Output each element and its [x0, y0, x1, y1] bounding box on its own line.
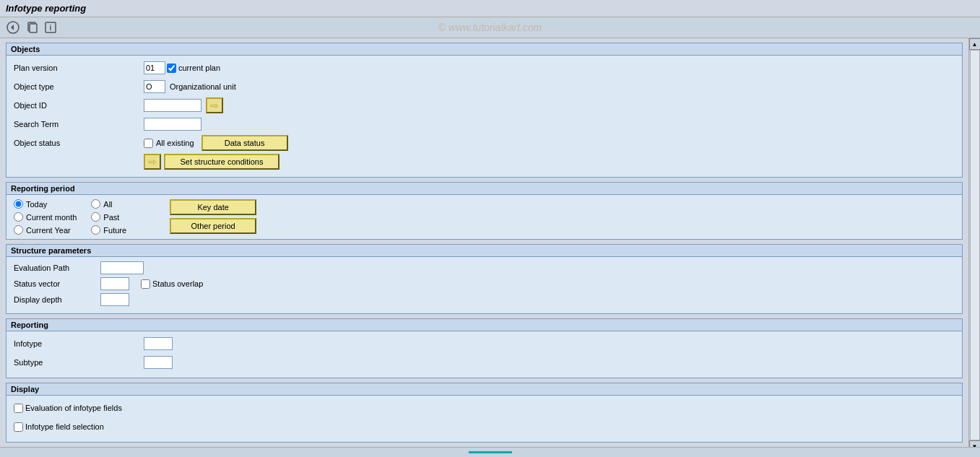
back-icon[interactable] [6, 20, 20, 35]
radio-all[interactable]: All [91, 199, 126, 209]
page-title: Infotype reporting [6, 3, 86, 14]
plan-version-controls: current plan [144, 61, 220, 74]
scroll-up-btn[interactable]: ▲ [969, 38, 981, 50]
status-overlap-text: Status overlap [152, 279, 203, 288]
set-structure-row: ⇨ Set structure conditions [14, 154, 955, 170]
infotype-row: Infotype [14, 336, 955, 352]
subtype-row: Subtype [14, 354, 955, 370]
svg-text:i: i [50, 24, 52, 32]
radio-today-label: Today [26, 200, 47, 209]
object-status-row: Object status All existing Data status [14, 135, 955, 151]
data-status-button[interactable]: Data status [201, 135, 288, 151]
object-type-text: Organizational unit [170, 82, 236, 91]
reporting-period-body: Today Current month Current Year [6, 195, 962, 239]
plan-version-row: Plan version current plan [14, 60, 955, 76]
radio-current-year-input[interactable] [14, 225, 23, 235]
search-term-row: Search Term [14, 116, 955, 132]
eval-infotype-check[interactable]: Evaluation of infotype fields [14, 404, 122, 413]
search-term-label: Search Term [14, 120, 144, 129]
eval-infotype-label: Evaluation of infotype fields [25, 404, 122, 412]
object-type-label: Object type [14, 82, 144, 91]
object-status-checkbox[interactable] [144, 139, 153, 148]
radio-today-input[interactable] [14, 199, 23, 209]
objects-section-body: Plan version current plan Object type Or… [6, 56, 962, 177]
evaluation-path-label: Evaluation Path [14, 264, 100, 272]
scrollbar[interactable]: ▲ ▼ [968, 38, 980, 452]
current-plan-label: current plan [178, 64, 220, 72]
period-buttons: Key date Other period [170, 199, 256, 234]
reporting-period-section: Reporting period Today Current month [6, 182, 963, 240]
set-structure-controls: ⇨ Set structure conditions [144, 154, 279, 170]
display-depth-row: Display depth [14, 293, 955, 306]
object-id-arrow-btn[interactable]: ⇨ [206, 97, 223, 113]
eval-infotype-checkbox[interactable] [14, 404, 23, 413]
object-status-label: Object status [14, 139, 144, 147]
key-date-button[interactable]: Key date [170, 199, 256, 215]
infotype-field-selection-check[interactable]: Infotype field selection [14, 422, 104, 432]
radio-current-month[interactable]: Current month [14, 212, 77, 222]
title-bar: Infotype reporting [0, 0, 980, 17]
radio-col-left: Today Current month Current Year [14, 199, 77, 235]
infotype-input[interactable] [144, 337, 173, 350]
other-period-button[interactable]: Other period [170, 218, 256, 234]
svg-rect-2 [30, 24, 37, 32]
structure-parameters-body: Evaluation Path Status vector Status ove… [6, 257, 962, 313]
current-plan-checkbox[interactable] [167, 64, 176, 73]
main-content: Objects Plan version current plan Ob [0, 38, 980, 452]
status-bar [0, 447, 980, 457]
reporting-section-header: Reporting [6, 319, 962, 331]
status-overlap-checkbox[interactable] [141, 279, 150, 289]
watermark: © www.tutorialkart.com [438, 22, 542, 33]
infotype-field-selection-checkbox[interactable] [14, 422, 23, 432]
plan-version-label: Plan version [14, 64, 144, 72]
status-vector-row: Status vector Status overlap [14, 277, 955, 290]
display-section: Display Evaluation of infotype fields In… [6, 383, 963, 443]
reporting-section: Reporting Infotype Subtype [6, 318, 963, 378]
status-vector-input[interactable] [100, 277, 129, 290]
subtype-label: Subtype [14, 358, 144, 367]
info-icon[interactable]: i [43, 20, 58, 35]
radio-past-input[interactable] [91, 212, 100, 222]
radio-past-label: Past [103, 213, 119, 222]
status-overlap-label[interactable]: Status overlap [141, 279, 203, 289]
evaluation-path-row: Evaluation Path [14, 261, 955, 274]
object-type-input[interactable] [144, 80, 165, 93]
radio-current-year[interactable]: Current Year [14, 225, 77, 235]
radio-future-input[interactable] [91, 225, 100, 235]
radio-columns: Today Current month Current Year [14, 199, 955, 235]
set-structure-arrow-icon: ⇨ [144, 154, 161, 170]
copy-icon[interactable] [25, 20, 39, 35]
display-section-header: Display [6, 383, 962, 396]
object-type-row: Object type Organizational unit [14, 79, 955, 95]
current-plan-check[interactable]: current plan [167, 64, 220, 73]
radio-past[interactable]: Past [91, 212, 126, 222]
radio-all-input[interactable] [91, 199, 100, 209]
evaluation-path-input[interactable] [100, 261, 144, 274]
infotype-field-selection-row: Infotype field selection [14, 419, 955, 435]
radio-current-month-input[interactable] [14, 212, 23, 222]
reporting-section-body: Infotype Subtype [6, 331, 962, 378]
plan-version-input[interactable] [144, 61, 165, 74]
eval-infotype-row: Evaluation of infotype fields [14, 400, 955, 416]
display-section-body: Evaluation of infotype fields Infotype f… [6, 396, 962, 442]
structure-parameters-header: Structure parameters [6, 245, 962, 257]
display-depth-label: Display depth [14, 295, 100, 304]
object-id-input[interactable] [144, 99, 201, 112]
structure-parameters-section: Structure parameters Evaluation Path Sta… [6, 244, 963, 314]
radio-future-label: Future [103, 226, 126, 235]
radio-col-right: All Past Future [91, 199, 126, 235]
objects-section: Objects Plan version current plan Ob [6, 43, 963, 178]
set-structure-button[interactable]: Set structure conditions [164, 154, 279, 170]
display-depth-input[interactable] [100, 293, 129, 306]
radio-all-label: All [103, 200, 112, 209]
reporting-period-header: Reporting period [6, 183, 962, 195]
search-term-input[interactable] [144, 118, 201, 131]
object-id-label: Object ID [14, 101, 144, 110]
toolbar: i © www.tutorialkart.com [0, 17, 980, 38]
radio-future[interactable]: Future [91, 225, 126, 235]
infotype-label: Infotype [14, 339, 144, 348]
scroll-track[interactable] [970, 50, 980, 440]
radio-today[interactable]: Today [14, 199, 77, 209]
infotype-field-selection-label: Infotype field selection [25, 422, 104, 431]
subtype-input[interactable] [144, 356, 173, 369]
